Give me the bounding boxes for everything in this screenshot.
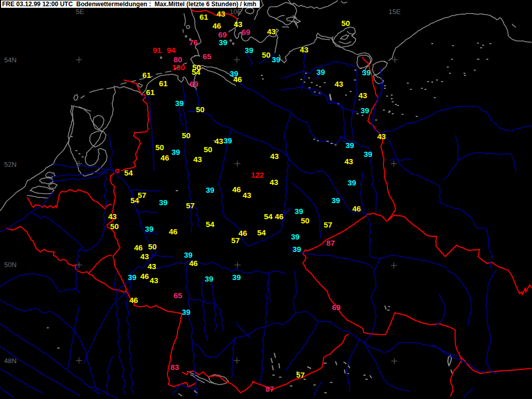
svg-text:39: 39 [348,178,356,187]
svg-text:57: 57 [231,236,240,245]
svg-text:46: 46 [134,243,143,252]
svg-text:46: 46 [161,153,169,162]
svg-text:50: 50 [301,216,310,225]
svg-text:39: 39 [182,308,191,316]
svg-text:43: 43 [270,178,278,187]
svg-text:43: 43 [108,212,117,221]
svg-text:43: 43 [270,152,279,161]
svg-text:39: 39 [362,68,371,77]
svg-text:50: 50 [148,242,157,251]
svg-text:39: 39 [128,273,137,282]
svg-text:46: 46 [232,185,241,194]
svg-text:57: 57 [296,370,305,379]
svg-text:46: 46 [275,212,284,221]
svg-text:39: 39 [245,46,254,55]
svg-text:91: 91 [153,46,162,55]
svg-text:94: 94 [167,46,176,55]
svg-text:39: 39 [206,185,215,194]
svg-text:39: 39 [331,196,340,205]
svg-text:50N: 50N [4,261,17,269]
svg-text:43: 43 [150,276,158,285]
svg-text:65: 65 [174,291,182,300]
svg-text:46: 46 [169,227,178,236]
svg-text:43: 43 [377,132,386,141]
svg-text:54: 54 [264,212,273,221]
svg-text:50: 50 [155,143,164,152]
svg-text:46: 46 [129,296,138,304]
svg-text:43: 43 [344,157,353,166]
svg-text:15E: 15E [389,8,401,16]
svg-text:39: 39 [175,99,184,108]
svg-text:43: 43 [358,91,367,100]
svg-text:46: 46 [140,272,149,281]
svg-text:50: 50 [204,145,212,154]
svg-text:54: 54 [257,228,266,237]
svg-text:FRE 03.12.99 12:00 UTC Bodenw: FRE 03.12.99 12:00 UTC Bodenwettermeldun… [2,1,256,8]
svg-text:43: 43 [148,262,156,271]
svg-text:50: 50 [110,222,119,231]
svg-text:5E: 5E [76,8,84,16]
svg-text:43: 43 [217,9,225,18]
svg-text:61: 61 [142,71,151,79]
svg-text:69: 69 [332,303,341,312]
svg-text:46: 46 [189,259,198,268]
svg-text:43: 43 [267,27,276,36]
svg-text:39: 39 [295,207,303,216]
svg-text:122: 122 [251,170,264,179]
svg-text:76: 76 [189,38,198,47]
svg-text:39: 39 [184,250,193,259]
svg-text:39: 39 [272,55,281,64]
svg-text:61: 61 [159,79,168,88]
svg-text:61: 61 [146,88,155,97]
svg-text:39: 39 [364,150,373,158]
svg-text:43: 43 [193,155,202,164]
svg-text:50: 50 [182,131,191,140]
svg-text:54: 54 [192,68,201,76]
svg-text:46: 46 [212,21,221,30]
svg-text:48N: 48N [4,357,17,365]
svg-text:39: 39 [316,68,325,76]
svg-text:50: 50 [196,105,205,114]
svg-text:39: 39 [291,232,300,241]
svg-text:69: 69 [190,79,198,88]
svg-text:39: 39 [345,141,354,150]
svg-text:39: 39 [223,136,232,145]
svg-text:50: 50 [262,50,271,59]
svg-text:39: 39 [145,224,154,233]
svg-text:61: 61 [200,12,208,21]
svg-text:43: 43 [243,191,251,200]
svg-text:39: 39 [205,274,214,283]
svg-text:39: 39 [171,148,180,156]
svg-text:46: 46 [233,75,242,84]
svg-text:54: 54 [130,196,139,205]
svg-text:65: 65 [203,52,211,61]
svg-text:54: 54 [206,220,215,229]
svg-text:100: 100 [172,63,185,72]
svg-text:39: 39 [219,38,228,47]
svg-text:50: 50 [341,19,350,28]
svg-text:87: 87 [326,238,335,247]
svg-text:10E: 10E [230,8,242,16]
svg-text:43: 43 [300,45,309,54]
svg-text:54N: 54N [4,56,17,64]
svg-text:39: 39 [159,198,168,207]
svg-text:43: 43 [215,137,223,145]
svg-text:83: 83 [170,363,179,371]
svg-text:39: 39 [361,106,369,115]
svg-text:39: 39 [292,245,301,254]
svg-text:69: 69 [242,28,250,36]
svg-text:57: 57 [324,220,332,229]
svg-text:57: 57 [186,201,195,210]
svg-text:43: 43 [335,79,343,88]
svg-text:43: 43 [140,252,149,261]
svg-text:52N: 52N [4,161,17,168]
svg-text:46: 46 [352,204,361,213]
svg-text:54: 54 [124,168,133,177]
svg-text:39: 39 [232,273,241,282]
svg-text:87: 87 [265,384,274,393]
